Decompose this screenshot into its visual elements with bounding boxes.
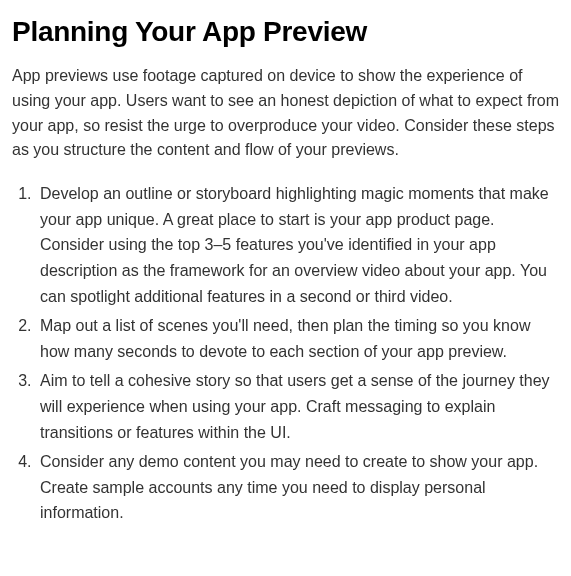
- list-item: Aim to tell a cohesive story so that use…: [36, 368, 559, 445]
- page-heading: Planning Your App Preview: [12, 16, 559, 48]
- list-item: Develop an outline or storyboard highlig…: [36, 181, 559, 309]
- list-item: Consider any demo content you may need t…: [36, 449, 559, 526]
- steps-list: Develop an outline or storyboard highlig…: [12, 181, 559, 526]
- list-item: Map out a list of scenes you'll need, th…: [36, 313, 559, 364]
- intro-paragraph: App previews use footage captured on dev…: [12, 64, 559, 163]
